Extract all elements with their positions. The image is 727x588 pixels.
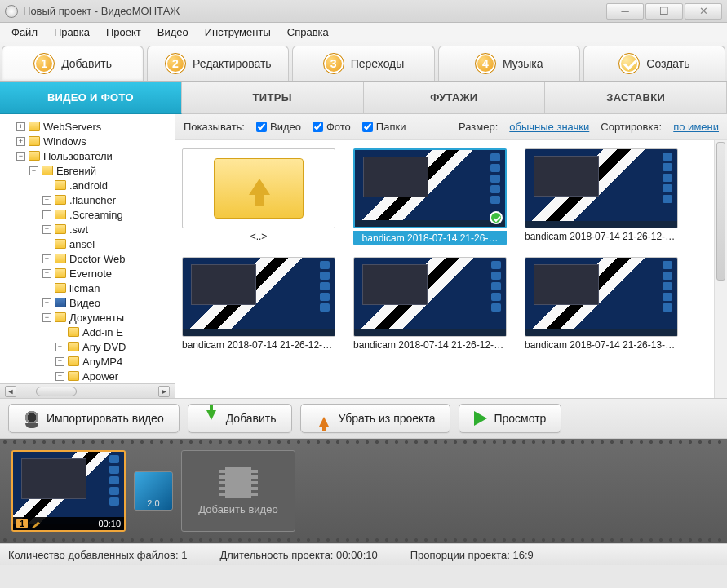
tree-node[interactable]: +.swt <box>3 222 175 237</box>
menu-help[interactable]: Справка <box>279 24 337 41</box>
tree-node[interactable]: +Doctor Web <box>3 251 175 266</box>
expand-icon[interactable]: + <box>16 122 25 131</box>
subtab-video-photo[interactable]: ВИДЕО И ФОТО <box>0 82 182 114</box>
expand-icon[interactable]: + <box>55 343 64 351</box>
expand-icon[interactable]: + <box>42 254 51 263</box>
thumb-preview-3 <box>182 257 335 337</box>
tree-node[interactable]: +.flauncher <box>3 192 175 207</box>
thumb-item-1[interactable]: bandicam 2018-07-14 21-26-… <box>353 148 507 245</box>
step-tab-add[interactable]: 1 Добавить <box>2 46 144 81</box>
tree-node[interactable]: +.Screaming <box>3 207 175 222</box>
expand-icon[interactable]: + <box>55 357 64 366</box>
filter-photo-checkbox[interactable]: Фото <box>313 121 351 133</box>
browser-vertical-scrollbar[interactable] <box>714 140 727 398</box>
timeline[interactable]: 1 00:10 2.0 Добавить видео <box>0 439 727 543</box>
import-video-button[interactable]: Импортировать видео <box>8 404 180 433</box>
tree-node[interactable]: .android <box>3 178 175 192</box>
tree-label: ansel <box>69 238 95 250</box>
folder-icon <box>55 312 66 322</box>
thumb-item-5[interactable]: bandicam 2018-07-14 21-26-13-18… <box>525 257 678 351</box>
expand-icon[interactable]: + <box>42 196 51 205</box>
thumb-item-2[interactable]: bandicam 2018-07-14 21-26-12-53… <box>525 148 678 245</box>
remove-button[interactable]: Убрать из проекта <box>300 404 451 433</box>
maximize-button[interactable]: ☐ <box>645 3 683 20</box>
tree-node[interactable]: ansel <box>3 237 175 251</box>
import-video-label: Импортировать видео <box>47 412 164 425</box>
thumb-parent-folder[interactable]: <..> <box>182 148 335 245</box>
step-tab-edit[interactable]: 2 Редактировать <box>147 46 289 81</box>
tree-node[interactable]: licman <box>3 281 175 295</box>
step-tabs: 1 Добавить 2 Редактировать 3 Переходы 4 … <box>0 42 727 82</box>
folder-icon <box>55 254 66 263</box>
tree-horizontal-scrollbar[interactable]: ◄ ► <box>0 383 175 398</box>
tree-spacer <box>42 240 51 249</box>
step-tab-music[interactable]: 4 Музыка <box>438 46 580 81</box>
tree-node[interactable]: −Документы <box>3 310 175 325</box>
folder-icon <box>55 239 66 249</box>
tree-node[interactable]: +WebServers <box>3 119 175 134</box>
subtab-footage[interactable]: ФУТАЖИ <box>364 82 546 114</box>
checkbox-photo[interactable] <box>313 122 323 132</box>
tree-node[interactable]: +Windows <box>3 134 175 148</box>
checkbox-video[interactable] <box>256 122 267 132</box>
expand-icon[interactable]: + <box>42 269 51 278</box>
transition-duration: 2.0 <box>147 498 159 508</box>
step-label-add: Добавить <box>61 57 112 70</box>
timeline-transition[interactable]: 2.0 <box>134 471 173 511</box>
folder-tree[interactable]: +WebServers+Windows−Пользователи−Евгений… <box>0 114 175 383</box>
tree-node[interactable]: +Видео <box>3 295 175 310</box>
pencil-icon[interactable] <box>31 519 42 528</box>
menu-project[interactable]: Проект <box>98 24 149 41</box>
actions-row: Импортировать видео Добавить Убрать из п… <box>0 398 727 439</box>
step-badge-2: 2 <box>165 53 186 74</box>
scroll-thumb[interactable] <box>36 387 77 396</box>
expand-icon[interactable]: + <box>42 225 51 234</box>
minimize-button[interactable]: ─ <box>606 3 644 20</box>
collapse-icon[interactable]: − <box>29 166 38 175</box>
thumb-item-3[interactable]: bandicam 2018-07-14 21-26-12-85… <box>182 257 335 351</box>
collapse-icon[interactable]: − <box>16 152 25 161</box>
size-link[interactable]: обычные значки <box>509 121 589 133</box>
checkbox-folders[interactable] <box>362 122 373 132</box>
tree-node[interactable]: +Apower <box>3 369 175 383</box>
step-tab-transitions[interactable]: 3 Переходы <box>292 46 434 81</box>
tree-node[interactable]: −Пользователи <box>3 148 175 163</box>
menu-edit[interactable]: Правка <box>46 24 98 41</box>
window-title: Новый проект - ВидеоМОНТАЖ <box>23 5 606 17</box>
filter-video-checkbox[interactable]: Видео <box>256 121 301 133</box>
sort-link[interactable]: по имени <box>673 121 719 133</box>
tree-node[interactable]: +Any DVD <box>3 339 175 354</box>
timeline-clip-1[interactable]: 1 00:10 <box>11 450 126 532</box>
menu-tools[interactable]: Инструменты <box>197 24 279 41</box>
menu-video[interactable]: Видео <box>149 24 197 41</box>
scrollbar-thumb[interactable] <box>716 142 725 281</box>
expand-icon[interactable]: + <box>42 210 51 219</box>
close-button[interactable]: ✕ <box>685 3 722 20</box>
arrow-up-orange-icon <box>316 410 332 427</box>
folder-icon <box>55 210 66 219</box>
titlebar: Новый проект - ВидеоМОНТАЖ ─ ☐ ✕ <box>0 0 727 23</box>
filter-folders-checkbox[interactable]: Папки <box>362 121 406 133</box>
preview-button[interactable]: Просмотр <box>459 404 561 433</box>
scroll-right-icon[interactable]: ► <box>158 386 170 397</box>
file-browser: Показывать: Видео Фото Папки Размер: обы… <box>175 114 727 398</box>
add-button[interactable]: Добавить <box>188 404 292 433</box>
step-tab-create[interactable]: Создать <box>583 46 725 81</box>
thumb-item-4[interactable]: bandicam 2018-07-14 21-26-12-96… <box>353 257 507 351</box>
tree-node[interactable]: +AnyMP4 <box>3 354 175 369</box>
timeline-add-video[interactable]: Добавить видео <box>181 450 295 532</box>
expand-icon[interactable]: + <box>42 298 51 307</box>
tree-node[interactable]: +Evernote <box>3 266 175 281</box>
subtab-titles[interactable]: ТИТРЫ <box>182 82 364 114</box>
subtab-splash[interactable]: ЗАСТАВКИ <box>545 82 727 114</box>
scroll-left-icon[interactable]: ◄ <box>5 386 16 397</box>
filter-photo-label: Фото <box>326 121 351 133</box>
folder-icon <box>68 327 79 337</box>
collapse-icon[interactable]: − <box>42 313 51 322</box>
thumb-preview-4 <box>353 257 507 337</box>
tree-node[interactable]: Add-in E <box>3 325 175 339</box>
expand-icon[interactable]: + <box>55 372 64 381</box>
expand-icon[interactable]: + <box>16 137 25 146</box>
menu-file[interactable]: Файл <box>3 24 46 41</box>
tree-node[interactable]: −Евгений <box>3 163 175 178</box>
